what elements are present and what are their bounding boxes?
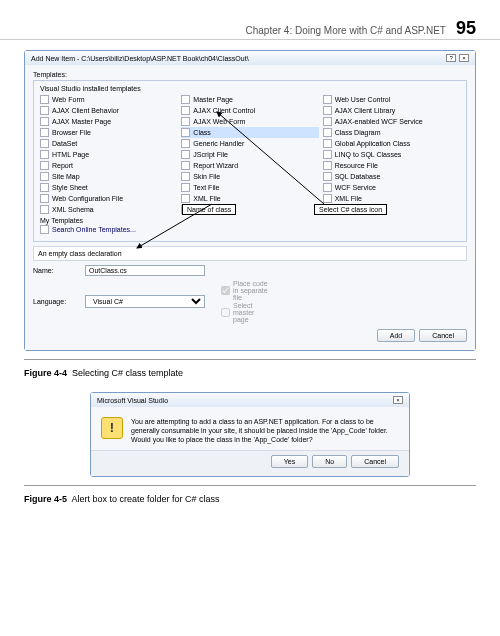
template-item-label: XML Schema xyxy=(52,206,94,213)
template-item[interactable]: Web Form xyxy=(40,94,177,105)
vs-alert-dialog: Microsoft Visual Studio × You are attemp… xyxy=(90,392,410,477)
template-item-label: Web Form xyxy=(52,96,85,103)
template-item-label: Report xyxy=(52,162,73,169)
template-item-label: HTML Page xyxy=(52,151,89,158)
template-item[interactable]: Class xyxy=(181,127,318,138)
template-item-label: Browser File xyxy=(52,129,91,136)
add-button[interactable]: Add xyxy=(377,329,415,342)
close-icon[interactable]: × xyxy=(459,54,469,62)
template-item[interactable]: JScript File xyxy=(181,149,318,160)
template-item-label: Class xyxy=(193,129,211,136)
template-item-label: Report Wizard xyxy=(193,162,238,169)
template-item-label: Master Page xyxy=(193,96,233,103)
template-item[interactable]: Web Configuration File xyxy=(40,193,177,204)
template-item[interactable]: Generic Handler xyxy=(181,138,318,149)
template-item[interactable]: HTML Page xyxy=(40,149,177,160)
alert-message: You are attempting to add a class to an … xyxy=(131,417,399,444)
template-item-label: AJAX Web Form xyxy=(193,118,245,125)
template-item-label: AJAX Client Library xyxy=(335,107,396,114)
template-icon xyxy=(40,172,49,181)
template-item[interactable]: Report Wizard xyxy=(181,160,318,171)
template-icon xyxy=(323,139,332,148)
separate-file-checkbox: Place code in separate file xyxy=(221,280,269,301)
template-item[interactable]: Site Map xyxy=(40,171,177,182)
template-item[interactable]: LINQ to SQL Classes xyxy=(323,149,460,160)
close-icon[interactable]: × xyxy=(393,396,403,404)
template-icon xyxy=(323,95,332,104)
template-item[interactable]: Web User Control xyxy=(323,94,460,105)
template-description: An empty class declaration xyxy=(33,246,467,261)
template-item[interactable]: Report xyxy=(40,160,177,171)
template-item[interactable]: WCF Service xyxy=(323,182,460,193)
template-icon xyxy=(181,161,190,170)
template-icon xyxy=(181,128,190,137)
cancel-button[interactable]: Cancel xyxy=(351,455,399,468)
alert-title: Microsoft Visual Studio xyxy=(97,397,168,404)
template-item[interactable]: SQL Database xyxy=(323,171,460,182)
template-icon xyxy=(323,183,332,192)
name-input[interactable] xyxy=(85,265,205,276)
language-select[interactable]: Visual C# xyxy=(85,295,205,308)
template-icon xyxy=(181,117,190,126)
template-icon xyxy=(323,150,332,159)
template-icon xyxy=(323,128,332,137)
template-item-label: Style Sheet xyxy=(52,184,88,191)
template-item[interactable]: Skin File xyxy=(181,171,318,182)
template-icon xyxy=(323,106,332,115)
template-icon xyxy=(181,194,190,203)
template-item-label: WCF Service xyxy=(335,184,376,191)
cancel-button[interactable]: Cancel xyxy=(419,329,467,342)
template-item-label: AJAX Client Control xyxy=(193,107,255,114)
template-icon xyxy=(40,183,49,192)
template-item[interactable]: Resource File xyxy=(323,160,460,171)
template-item[interactable]: XML Schema xyxy=(40,204,177,215)
add-new-item-dialog: Add New Item - C:\Users\billz\Desktop\AS… xyxy=(24,50,476,351)
template-icon xyxy=(181,95,190,104)
template-item[interactable]: AJAX Web Form xyxy=(181,116,318,127)
chapter-label: Chapter 4: Doing More with C# and ASP.NE… xyxy=(245,25,445,36)
template-icon xyxy=(40,128,49,137)
template-item-label: Skin File xyxy=(193,173,220,180)
template-item-label: SQL Database xyxy=(335,173,381,180)
template-item-label: Class Diagram xyxy=(335,129,381,136)
template-icon xyxy=(40,194,49,203)
help-icon[interactable]: ? xyxy=(446,54,456,62)
template-item[interactable]: Text File xyxy=(181,182,318,193)
template-item[interactable]: XML File xyxy=(323,193,460,204)
template-item[interactable]: AJAX Client Behavior xyxy=(40,105,177,116)
annotation-select-class-icon: Select C# class icon xyxy=(314,204,387,215)
template-item-label: Resource File xyxy=(335,162,378,169)
template-icon xyxy=(323,172,332,181)
template-item[interactable]: Master Page xyxy=(181,94,318,105)
template-item-label: Generic Handler xyxy=(193,140,244,147)
template-item[interactable]: DataSet xyxy=(40,138,177,149)
template-item-label: Global Application Class xyxy=(335,140,411,147)
template-icon xyxy=(40,106,49,115)
search-icon xyxy=(40,225,49,234)
template-item-label: AJAX Client Behavior xyxy=(52,107,119,114)
template-item[interactable]: AJAX Client Control xyxy=(181,105,318,116)
figure-4-4: Add New Item - C:\Users\billz\Desktop\AS… xyxy=(24,50,476,351)
yes-button[interactable]: Yes xyxy=(271,455,308,468)
template-item[interactable]: AJAX-enabled WCF Service xyxy=(323,116,460,127)
template-item[interactable]: Global Application Class xyxy=(323,138,460,149)
template-icon xyxy=(181,183,190,192)
template-item[interactable]: AJAX Master Page xyxy=(40,116,177,127)
template-item-label: Web Configuration File xyxy=(52,195,123,202)
template-item[interactable]: Class Diagram xyxy=(323,127,460,138)
template-icon xyxy=(40,150,49,159)
template-icon xyxy=(40,117,49,126)
template-item[interactable]: Style Sheet xyxy=(40,182,177,193)
template-icon xyxy=(40,139,49,148)
template-icon xyxy=(181,172,190,181)
page-number: 95 xyxy=(456,18,476,39)
template-item[interactable]: Browser File xyxy=(40,127,177,138)
language-label: Language: xyxy=(33,298,81,305)
search-online-templates[interactable]: Search Online Templates... xyxy=(40,224,460,235)
no-button[interactable]: No xyxy=(312,455,347,468)
template-icon xyxy=(181,139,190,148)
template-item[interactable]: XML File xyxy=(181,193,318,204)
dialog-title: Add New Item - C:\Users\billz\Desktop\AS… xyxy=(31,55,249,62)
template-item-label: XML File xyxy=(193,195,220,202)
template-item[interactable]: AJAX Client Library xyxy=(323,105,460,116)
